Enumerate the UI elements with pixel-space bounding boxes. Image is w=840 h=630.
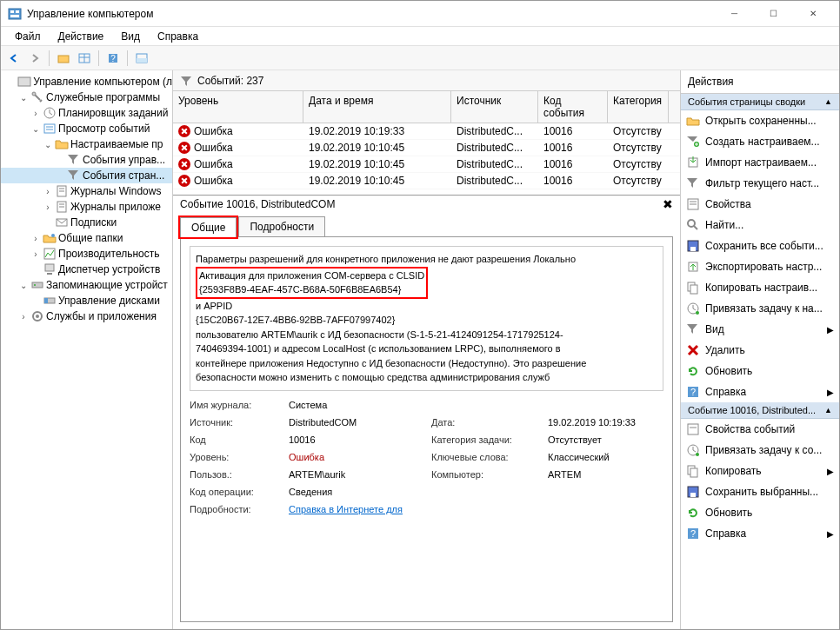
action-item[interactable]: Открыть сохраненны... xyxy=(681,110,839,131)
tree-label: Диспетчер устройств xyxy=(58,263,160,275)
expand-icon[interactable]: › xyxy=(30,109,41,118)
expand-icon[interactable]: › xyxy=(30,249,41,259)
actions-section-1[interactable]: События страницы сводки ▲ xyxy=(681,94,839,110)
action-item[interactable]: Привязать задачу к на... xyxy=(681,298,839,319)
col-code[interactable]: Код события xyxy=(538,91,608,123)
cell-level: Ошибка xyxy=(194,158,233,170)
events-columns: Уровень Дата и время Источник Код событи… xyxy=(173,91,680,123)
tree-item[interactable]: ›Службы и приложения xyxy=(1,308,172,324)
expand-icon[interactable]: › xyxy=(43,202,53,212)
tree-item[interactable]: ›Общие папки xyxy=(1,230,172,246)
event-row[interactable]: Ошибка19.02.2019 10:10:45DistributedC...… xyxy=(173,156,680,173)
action-item[interactable]: Обновить xyxy=(681,502,839,523)
close-button[interactable]: ✕ xyxy=(793,2,832,26)
expand-icon[interactable]: › xyxy=(43,187,53,196)
expand-icon[interactable]: › xyxy=(18,312,29,322)
menu-file[interactable]: Файл xyxy=(6,29,50,44)
tree-item[interactable]: ›Журналы приложе xyxy=(1,199,172,215)
tree-item[interactable]: ›Журналы Windows xyxy=(1,183,172,199)
menu-view[interactable]: Вид xyxy=(112,29,149,44)
action-item[interactable]: Удалить xyxy=(681,340,839,361)
value-category: Отсутствует xyxy=(548,434,673,445)
nav-back-button[interactable] xyxy=(4,49,23,68)
bind-icon xyxy=(686,302,700,315)
actions-section-2[interactable]: Событие 10016, Distributed... ▲ xyxy=(681,402,839,419)
action-item[interactable]: Импорт настраиваем... xyxy=(681,152,839,173)
submenu-arrow-icon: ▶ xyxy=(827,467,834,476)
tab-details[interactable]: Подробности xyxy=(238,216,325,236)
cell-datetime: 19.02.2019 10:10:45 xyxy=(303,140,451,156)
tree-item[interactable]: Управление дисками xyxy=(1,293,172,308)
action-item[interactable]: Копировать настраив... xyxy=(681,277,839,298)
event-row[interactable]: Ошибка19.02.2019 10:10:45DistributedC...… xyxy=(173,173,680,189)
action-item[interactable]: Экспортировать настр... xyxy=(681,256,839,277)
svg-rect-1 xyxy=(10,10,14,13)
filter-icon[interactable] xyxy=(180,75,192,87)
action-item[interactable]: Вид▶ xyxy=(681,319,839,340)
col-category[interactable]: Категория xyxy=(608,91,669,123)
toolbar-list-button[interactable] xyxy=(75,49,94,68)
expand-icon[interactable]: ⌄ xyxy=(18,93,29,103)
mgmt-icon xyxy=(17,75,31,89)
tree-item[interactable]: ›Планировщик заданий xyxy=(1,105,172,121)
value-logname: Система xyxy=(289,400,419,410)
detail-title-bar: Событие 10016, DistributedCOM ✖ xyxy=(173,196,680,213)
action-label: Открыть сохраненны... xyxy=(705,115,817,127)
toolbar-help-button[interactable]: ? xyxy=(103,49,123,68)
action-item[interactable]: Сохранить все событи... xyxy=(681,235,839,256)
cell-code: 10016 xyxy=(538,123,608,139)
action-item[interactable]: Фильтр текущего наст... xyxy=(681,173,839,194)
event-description[interactable]: Параметры разрешений для конкретного при… xyxy=(190,246,663,391)
tree-item[interactable]: Управление компьютером (л xyxy=(1,74,172,90)
toolbar-preview-button[interactable] xyxy=(132,49,151,68)
event-row[interactable]: Ошибка19.02.2019 10:10:45DistributedC...… xyxy=(173,140,680,156)
action-item[interactable]: Привязать задачу к со... xyxy=(681,440,839,461)
tab-general[interactable]: Общие xyxy=(180,217,237,237)
event-row[interactable]: Ошибка19.02.2019 10:19:33DistributedC...… xyxy=(173,123,680,140)
action-item[interactable]: Сохранить выбранны... xyxy=(681,481,839,502)
col-source[interactable]: Источник xyxy=(451,91,538,123)
tree-item[interactable]: ⌄Служебные программы xyxy=(1,90,172,105)
action-item[interactable]: Найти... xyxy=(681,215,839,235)
expand-icon[interactable]: ⌄ xyxy=(43,140,53,149)
tree-item[interactable]: ⌄Запоминающие устройст xyxy=(1,277,172,293)
nav-tree[interactable]: Управление компьютером (л⌄Служебные прог… xyxy=(1,70,173,629)
action-item[interactable]: Обновить xyxy=(681,361,839,381)
action-item[interactable]: Свойства событий xyxy=(681,419,839,440)
expand-icon[interactable]: ⌄ xyxy=(30,124,41,134)
tree-item[interactable]: События управ... xyxy=(1,152,172,168)
svg-rect-46 xyxy=(690,285,697,294)
expand-icon[interactable]: › xyxy=(30,234,41,243)
action-item[interactable]: ?Справка▶ xyxy=(681,523,839,544)
cell-level: Ошибка xyxy=(194,175,233,187)
label-level: Уровень: xyxy=(190,452,277,462)
copy-icon xyxy=(686,464,700,478)
action-label: Справка xyxy=(705,527,746,540)
menu-help[interactable]: Справка xyxy=(149,29,207,44)
tree-item[interactable]: ⌄Просмотр событий xyxy=(1,121,172,136)
tree-item[interactable]: События стран... xyxy=(1,168,172,183)
menu-action[interactable]: Действие xyxy=(50,29,113,44)
value-source: DistributedCOM xyxy=(289,417,419,428)
tree-item[interactable]: ›Производительность xyxy=(1,246,172,262)
action-item[interactable]: Создать настраиваем... xyxy=(681,131,839,152)
action-item[interactable]: Свойства xyxy=(681,194,839,215)
action-item[interactable]: Копировать▶ xyxy=(681,461,839,481)
minimize-button[interactable]: ─ xyxy=(715,2,754,26)
detail-close-button[interactable]: ✖ xyxy=(663,197,673,211)
help-link[interactable]: Справка в Интернете для xyxy=(289,504,403,514)
col-level[interactable]: Уровень xyxy=(173,91,303,123)
col-datetime[interactable]: Дата и время xyxy=(303,91,451,123)
desc-line: и APPID xyxy=(196,299,657,314)
expand-icon[interactable]: ⌄ xyxy=(18,281,29,290)
nav-forward-button[interactable] xyxy=(25,49,44,68)
svg-point-34 xyxy=(36,315,39,318)
toolbar-folder-button[interactable] xyxy=(54,49,73,68)
tree-item[interactable]: Подписки xyxy=(1,215,172,230)
events-list[interactable]: Уровень Дата и время Источник Код событи… xyxy=(173,91,680,196)
maximize-button[interactable]: ☐ xyxy=(754,2,793,26)
tree-item[interactable]: Диспетчер устройств xyxy=(1,262,172,277)
action-item[interactable]: ?Справка▶ xyxy=(681,381,839,402)
label-computer: Компьютер: xyxy=(431,469,536,480)
tree-item[interactable]: ⌄Настраиваемые пр xyxy=(1,136,172,152)
